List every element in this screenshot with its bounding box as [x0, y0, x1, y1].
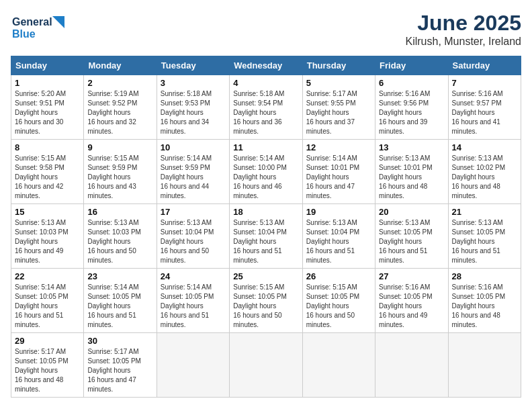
calendar-cell: 19 Sunrise: 5:13 AMSunset: 10:04 PMDayli…: [302, 204, 375, 269]
day-info: Sunrise: 5:14 AMSunset: 9:59 PMDaylight …: [161, 154, 212, 199]
month-title: June 2025: [405, 11, 521, 36]
calendar-cell: 10 Sunrise: 5:14 AMSunset: 9:59 PMDaylig…: [157, 140, 229, 204]
logo: General Blue: [11, 11, 71, 48]
day-number: 29: [15, 336, 80, 346]
calendar-cell: 4 Sunrise: 5:18 AMSunset: 9:54 PMDayligh…: [230, 75, 302, 140]
day-info: Sunrise: 5:14 AMSunset: 10:00 PMDaylight…: [233, 154, 287, 199]
day-info: Sunrise: 5:17 AMSunset: 10:05 PMDaylight…: [15, 348, 69, 393]
day-info: Sunrise: 5:13 AMSunset: 10:04 PMDaylight…: [233, 219, 287, 264]
day-number: 19: [306, 207, 371, 217]
day-info: Sunrise: 5:16 AMSunset: 10:05 PMDaylight…: [452, 283, 506, 328]
day-number: 10: [161, 142, 226, 152]
day-info: Sunrise: 5:13 AMSunset: 10:02 PMDaylight…: [452, 154, 506, 199]
calendar-cell: 22 Sunrise: 5:14 AMSunset: 10:05 PMDayli…: [11, 269, 84, 333]
day-number: 12: [306, 142, 371, 152]
day-number: 22: [15, 271, 80, 281]
day-number: 18: [233, 207, 298, 217]
day-info: Sunrise: 5:17 AMSunset: 9:55 PMDaylight …: [306, 90, 357, 135]
calendar-cell: 12 Sunrise: 5:14 AMSunset: 10:01 PMDayli…: [302, 140, 375, 204]
day-info: Sunrise: 5:13 AMSunset: 10:05 PMDaylight…: [379, 219, 433, 264]
day-number: 9: [87, 142, 152, 152]
calendar-cell: 11 Sunrise: 5:14 AMSunset: 10:00 PMDayli…: [230, 140, 302, 204]
calendar-cell: 14 Sunrise: 5:13 AMSunset: 10:02 PMDayli…: [448, 140, 521, 204]
day-info: Sunrise: 5:14 AMSunset: 10:01 PMDaylight…: [306, 154, 360, 199]
day-info: Sunrise: 5:18 AMSunset: 9:53 PMDaylight …: [161, 90, 212, 135]
day-number: 5: [306, 78, 371, 88]
title-area: June 2025 Kilrush, Munster, Ireland: [405, 11, 521, 48]
calendar-cell: [157, 333, 229, 398]
day-number: 15: [15, 207, 80, 217]
day-number: 14: [452, 142, 517, 152]
calendar-week-4: 22 Sunrise: 5:14 AMSunset: 10:05 PMDayli…: [11, 269, 521, 333]
day-info: Sunrise: 5:16 AMSunset: 9:56 PMDaylight …: [379, 90, 430, 135]
calendar-cell: 6 Sunrise: 5:16 AMSunset: 9:56 PMDayligh…: [375, 75, 448, 140]
calendar-cell: [448, 333, 521, 398]
weekday-thursday: Thursday: [302, 56, 375, 75]
calendar-cell: 23 Sunrise: 5:14 AMSunset: 10:05 PMDayli…: [84, 269, 157, 333]
day-number: 8: [15, 142, 80, 152]
location-title: Kilrush, Munster, Ireland: [405, 36, 521, 48]
day-number: 13: [379, 142, 444, 152]
weekday-tuesday: Tuesday: [157, 56, 229, 75]
day-number: 26: [306, 271, 371, 281]
calendar-cell: 21 Sunrise: 5:13 AMSunset: 10:05 PMDayli…: [448, 204, 521, 269]
day-number: 20: [379, 207, 444, 217]
calendar-cell: [375, 333, 448, 398]
calendar-cell: 30 Sunrise: 5:17 AMSunset: 10:05 PMDayli…: [84, 333, 157, 398]
calendar-table: SundayMondayTuesdayWednesdayThursdayFrid…: [11, 56, 521, 398]
day-number: 17: [161, 207, 226, 217]
day-info: Sunrise: 5:14 AMSunset: 10:05 PMDaylight…: [15, 283, 69, 328]
day-info: Sunrise: 5:16 AMSunset: 9:57 PMDaylight …: [452, 90, 503, 135]
calendar-cell: 24 Sunrise: 5:14 AMSunset: 10:05 PMDayli…: [157, 269, 229, 333]
calendar-cell: 13 Sunrise: 5:13 AMSunset: 10:01 PMDayli…: [375, 140, 448, 204]
day-number: 25: [233, 271, 298, 281]
day-number: 11: [233, 142, 298, 152]
day-info: Sunrise: 5:20 AMSunset: 9:51 PMDaylight …: [15, 90, 66, 135]
calendar-cell: 26 Sunrise: 5:15 AMSunset: 10:05 PMDayli…: [302, 269, 375, 333]
day-info: Sunrise: 5:19 AMSunset: 9:52 PMDaylight …: [87, 90, 138, 135]
day-info: Sunrise: 5:15 AMSunset: 9:58 PMDaylight …: [15, 154, 66, 199]
calendar-cell: 3 Sunrise: 5:18 AMSunset: 9:53 PMDayligh…: [157, 75, 229, 140]
weekday-saturday: Saturday: [448, 56, 521, 75]
calendar-cell: 27 Sunrise: 5:16 AMSunset: 10:05 PMDayli…: [375, 269, 448, 333]
day-info: Sunrise: 5:18 AMSunset: 9:54 PMDaylight …: [233, 90, 284, 135]
day-number: 30: [87, 336, 152, 346]
day-info: Sunrise: 5:13 AMSunset: 10:03 PMDaylight…: [87, 219, 141, 264]
calendar-week-1: 1 Sunrise: 5:20 AMSunset: 9:51 PMDayligh…: [11, 75, 521, 140]
weekday-monday: Monday: [84, 56, 157, 75]
weekday-sunday: Sunday: [11, 56, 84, 75]
day-number: 6: [379, 78, 444, 88]
day-number: 24: [161, 271, 226, 281]
day-number: 21: [452, 207, 517, 217]
day-info: Sunrise: 5:15 AMSunset: 10:05 PMDaylight…: [306, 283, 360, 328]
day-number: 23: [87, 271, 152, 281]
calendar-week-2: 8 Sunrise: 5:15 AMSunset: 9:58 PMDayligh…: [11, 140, 521, 204]
weekday-header-row: SundayMondayTuesdayWednesdayThursdayFrid…: [11, 56, 521, 75]
calendar-cell: 25 Sunrise: 5:15 AMSunset: 10:05 PMDayli…: [230, 269, 302, 333]
page-header: General Blue June 2025 Kilrush, Munster,…: [11, 11, 521, 48]
day-info: Sunrise: 5:13 AMSunset: 10:03 PMDaylight…: [15, 219, 69, 264]
calendar-cell: 8 Sunrise: 5:15 AMSunset: 9:58 PMDayligh…: [11, 140, 84, 204]
calendar-cell: 2 Sunrise: 5:19 AMSunset: 9:52 PMDayligh…: [84, 75, 157, 140]
weekday-friday: Friday: [375, 56, 448, 75]
svg-text:Blue: Blue: [12, 28, 36, 40]
calendar-cell: 1 Sunrise: 5:20 AMSunset: 9:51 PMDayligh…: [11, 75, 84, 140]
day-info: Sunrise: 5:13 AMSunset: 10:01 PMDaylight…: [379, 154, 433, 199]
calendar-cell: [230, 333, 302, 398]
day-info: Sunrise: 5:15 AMSunset: 9:59 PMDaylight …: [87, 154, 138, 199]
svg-marker-0: [52, 16, 64, 28]
calendar-week-5: 29 Sunrise: 5:17 AMSunset: 10:05 PMDayli…: [11, 333, 521, 398]
logo-svg: General Blue: [11, 11, 71, 48]
svg-text:General: General: [12, 16, 52, 28]
day-number: 16: [87, 207, 152, 217]
day-number: 27: [379, 271, 444, 281]
day-info: Sunrise: 5:15 AMSunset: 10:05 PMDaylight…: [233, 283, 287, 328]
calendar-cell: 7 Sunrise: 5:16 AMSunset: 9:57 PMDayligh…: [448, 75, 521, 140]
calendar-cell: 9 Sunrise: 5:15 AMSunset: 9:59 PMDayligh…: [84, 140, 157, 204]
calendar-cell: [302, 333, 375, 398]
day-info: Sunrise: 5:13 AMSunset: 10:04 PMDaylight…: [161, 219, 214, 264]
calendar-cell: 15 Sunrise: 5:13 AMSunset: 10:03 PMDayli…: [11, 204, 84, 269]
day-number: 2: [87, 78, 152, 88]
calendar-cell: 5 Sunrise: 5:17 AMSunset: 9:55 PMDayligh…: [302, 75, 375, 140]
day-number: 4: [233, 78, 298, 88]
